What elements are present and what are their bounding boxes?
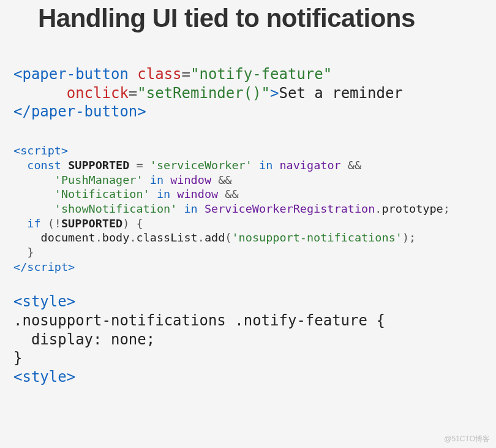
slide-title: Handling UI tied to notifications <box>13 0 484 37</box>
tag-close: </script> <box>13 260 75 273</box>
attr-value: "setReminder()" <box>137 85 270 102</box>
slide: Handling UI tied to notifications <paper… <box>0 0 496 387</box>
code-block-script: <script> const SUPPORTED = 'serviceWorke… <box>13 143 484 274</box>
css-rule: display: none; <box>13 331 155 348</box>
attr-class: class <box>137 66 181 83</box>
code-block-style: <style> .nosupport-notifications .notify… <box>13 292 484 387</box>
tag-open: <style> <box>13 368 75 385</box>
tag-open: <script> <box>13 144 68 157</box>
tag-close: </paper-button> <box>13 103 146 120</box>
attr-value: "notify-feature" <box>190 66 332 83</box>
watermark: @51CTO博客 <box>444 434 490 444</box>
tag-open: <paper-button <box>13 66 129 83</box>
tag-open: <style> <box>13 293 75 310</box>
css-selector: .nosupport-notifications .notify-feature… <box>13 312 385 329</box>
attr-onclick: onclick <box>67 85 129 102</box>
code-block-html: <paper-button class="notify-feature" onc… <box>13 65 484 121</box>
button-text: Set a reminder <box>279 85 403 102</box>
